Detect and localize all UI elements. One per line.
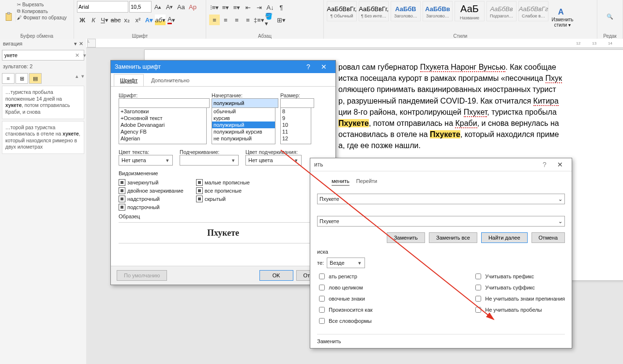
shading-icon[interactable]: 🪣▾ [265, 15, 275, 25]
style-item[interactable]: АаБбВвГг,¶ Без инте… [359, 1, 389, 21]
style-item[interactable]: АаБбВвГгСлабое в… [518, 1, 548, 21]
nav-result-item[interactable]: …торой раз туристка становилась в отеле … [2, 121, 84, 154]
nav-close-icon[interactable]: ✕ [79, 41, 83, 47]
chevron-down-icon[interactable]: ⌄ [558, 196, 562, 202]
font-list[interactable]: +Заголовки+Основной текстAdobe Devanagar… [119, 107, 207, 144]
font-name-combo[interactable] [77, 1, 128, 13]
chevron-down-icon[interactable]: ⌄ [558, 218, 562, 225]
bold-button[interactable]: Ж [77, 15, 88, 25]
font-option[interactable]: +Основной текст [119, 115, 206, 121]
nav-search-clear-icon[interactable]: ✕ [73, 52, 81, 59]
font-color-icon[interactable]: A▾ [166, 15, 177, 25]
font-size-combo[interactable] [129, 1, 152, 13]
strike-button[interactable]: abc [110, 15, 121, 25]
nav-prev-icon[interactable]: ▴ [76, 73, 78, 84]
effect-checkbox[interactable]: малые прописные [196, 179, 250, 186]
grow-font-icon[interactable]: A▴ [152, 1, 163, 12]
style-item[interactable]: АаБбВвПодзагол… [486, 1, 517, 21]
fr-help-icon[interactable]: ? [537, 158, 552, 171]
size-option[interactable]: 9 [281, 115, 311, 121]
show-marks-icon[interactable]: ¶ [276, 2, 287, 13]
size-option[interactable]: 8 [281, 108, 311, 115]
style-option[interactable]: полужирный [212, 121, 275, 128]
effect-checkbox[interactable]: подстрочный [119, 204, 183, 211]
style-option[interactable]: полужирный курсив [212, 128, 275, 135]
text-effects-icon[interactable]: A▾ [144, 15, 154, 25]
fr-titlebar[interactable]: ить ? ✕ [310, 158, 572, 171]
option-checkbox[interactable]: Не учитывать пробелы [473, 305, 565, 314]
highlight-icon[interactable]: aб▾ [155, 15, 166, 25]
search-direction-dropdown[interactable]: Везде▾ [327, 258, 365, 268]
nav-tab-results[interactable]: ▤ [29, 73, 42, 84]
size-option[interactable]: 12 [281, 135, 311, 142]
font-option[interactable]: Adobe Devanagari [119, 121, 206, 128]
indent-dec-icon[interactable]: ⇤ [243, 2, 253, 13]
size-option[interactable]: 10 [281, 121, 311, 128]
font-style-input[interactable] [212, 98, 278, 108]
justify-icon[interactable]: ≡ [243, 15, 253, 25]
style-item[interactable]: АаБНазвание [455, 1, 485, 21]
clear-format-icon[interactable]: Aр [187, 1, 198, 12]
nav-search-box[interactable]: ✕ ▾ [2, 50, 84, 61]
dialog-titlebar[interactable]: Заменить шрифт ? ✕ [111, 61, 335, 73]
style-option[interactable]: обычный [212, 108, 275, 115]
find-input[interactable]: Пхукете⌄ [317, 194, 565, 204]
bullets-icon[interactable]: ⁝≡▾ [209, 2, 220, 13]
size-list[interactable]: 89101112 [280, 107, 311, 144]
change-styles-button[interactable]: A Изменить стили ▾ [549, 1, 576, 32]
font-option[interactable]: Agency FB [119, 128, 206, 135]
find-next-button[interactable]: Найти далее [481, 232, 528, 243]
italic-button[interactable]: К [88, 15, 99, 25]
tab-advanced[interactable]: Дополнительно [145, 74, 196, 86]
underline-color-dropdown[interactable]: Нет цвета▾ [245, 155, 302, 166]
option-checkbox[interactable]: лово целиком [317, 283, 373, 292]
nav-tab-headings[interactable]: ≡ [2, 73, 15, 84]
font-option[interactable]: Algerian [119, 135, 206, 142]
dialog-close-icon[interactable]: ✕ [316, 61, 332, 73]
styles-gallery[interactable]: АаБбВвГг,¶ ОбычныйАаБбВвГг,¶ Без инте…Аа… [327, 1, 548, 32]
replace-all-button[interactable]: Заменить все [429, 232, 477, 243]
fr-close-icon[interactable]: ✕ [552, 158, 568, 171]
dialog-help-icon[interactable]: ? [301, 61, 316, 73]
option-checkbox[interactable]: Учитывать префикс [473, 272, 565, 281]
option-checkbox[interactable]: овочные знаки [317, 294, 373, 303]
style-item[interactable]: АаБбВЗаголово… [391, 1, 421, 21]
tab-replace[interactable]: менить [332, 178, 349, 186]
indent-inc-icon[interactable]: ⇥ [254, 2, 264, 13]
font-name-input[interactable] [119, 98, 210, 108]
default-button[interactable]: По умолчанию [117, 270, 167, 281]
paste-button[interactable] [4, 12, 16, 22]
multilevel-icon[interactable]: ≡▾ [231, 2, 242, 13]
nav-result-item[interactable]: …туристка пробыла положенные 14 дней на … [2, 86, 84, 119]
shrink-font-icon[interactable]: A▾ [164, 1, 175, 12]
option-checkbox[interactable]: ать регистр [317, 272, 373, 281]
effect-checkbox[interactable]: зачеркнутый [119, 179, 183, 186]
cut-button[interactable]: ✂Вырезать [17, 2, 67, 7]
style-option[interactable]: курсив [212, 115, 275, 121]
effect-checkbox[interactable]: двойное зачеркивание [119, 187, 183, 194]
style-option[interactable]: не полужирный [212, 135, 275, 142]
style-item[interactable]: АаБбВвГг,¶ Обычный [327, 1, 357, 21]
style-list[interactable]: обычныйкурсивполужирныйполужирный курсив… [212, 107, 275, 144]
align-left-icon[interactable]: ≡ [209, 15, 220, 25]
numbering-icon[interactable]: ≡▾ [220, 2, 231, 13]
borders-icon[interactable]: ⊞▾ [276, 15, 287, 25]
fr-cancel-button[interactable]: Отмена [532, 232, 565, 243]
underline-style-dropdown[interactable]: ▾ [180, 155, 239, 166]
option-checkbox[interactable]: Произносится как [317, 305, 373, 314]
option-checkbox[interactable]: Учитывать суффикс [473, 283, 565, 292]
nav-tab-pages[interactable]: ⊞ [15, 73, 28, 84]
format-painter-button[interactable]: 🖌Формат по образцу [17, 15, 67, 20]
effect-checkbox[interactable]: все прописные [196, 187, 250, 194]
align-center-icon[interactable]: ≡ [220, 15, 231, 25]
nav-dropdown-icon[interactable]: ▾ [74, 41, 77, 47]
style-item[interactable]: АаБбВвЗаголово… [423, 1, 453, 21]
ok-button[interactable]: OK [259, 270, 293, 281]
replace-input[interactable]: Пхукете⌄ [317, 216, 565, 227]
superscript-button[interactable]: x² [133, 15, 143, 25]
sort-icon[interactable]: A↓ [265, 2, 275, 13]
font-option[interactable]: +Заголовки [119, 108, 206, 115]
nav-next-icon[interactable]: ▾ [81, 73, 84, 84]
line-spacing-icon[interactable]: ‡≡▾ [254, 15, 264, 25]
replace-button[interactable]: Заменить [387, 232, 425, 243]
